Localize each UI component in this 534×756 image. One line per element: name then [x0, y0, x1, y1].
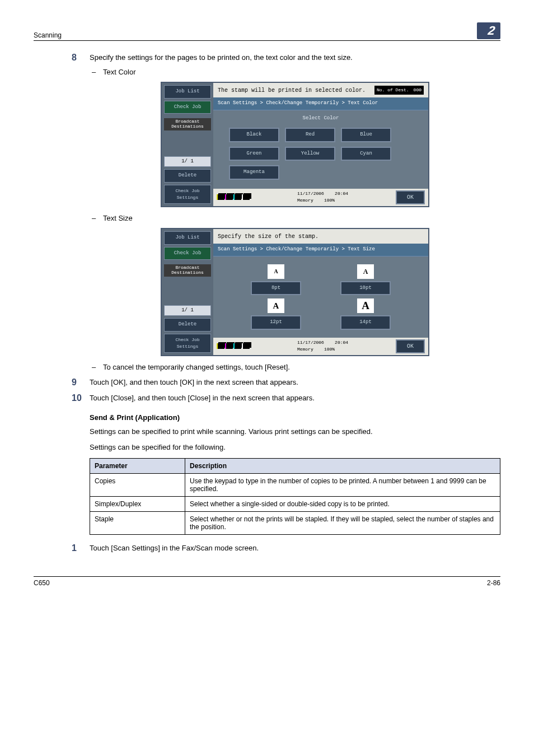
section-heading: Send & Print (Application) [90, 413, 500, 422]
parameter-table: Parameter Description Copies Use the key… [90, 458, 500, 535]
color-red-button[interactable]: Red [285, 128, 335, 142]
chapter-badge: 2 [477, 22, 500, 39]
step-number: 8 [72, 51, 77, 64]
ss-mem-label: Memory [297, 347, 313, 352]
tab-job-list[interactable]: Job List [164, 231, 211, 245]
param-desc: Select whether a single-sided or double-… [185, 497, 500, 512]
col-description: Description [185, 459, 500, 474]
param-name: Simplex/Duplex [90, 497, 185, 512]
footer-left: C650 [34, 579, 50, 587]
broadcast-destinations: Broadcast Destinations [164, 118, 211, 130]
ss-message: Specify the size of the stamp. [218, 232, 318, 241]
step-text: Specify the settings for the pages to be… [90, 53, 353, 62]
page-header: Scanning 2 [34, 22, 500, 41]
step-1: 1 Touch [Scan Settings] in the Fax/Scan … [90, 543, 500, 554]
page-counter: 1/ 1 [164, 156, 211, 167]
delete-button[interactable]: Delete [164, 169, 211, 183]
breadcrumb: Scan Settings > Check/Change Temporarily… [213, 244, 428, 256]
ss-mem-val: 100% [324, 198, 335, 203]
step-text: Touch [Scan Settings] in the Fax/Scan mo… [90, 544, 259, 552]
broadcast-destinations: Broadcast Destinations [164, 264, 211, 277]
param-desc: Use the keypad to type in the number of … [185, 474, 500, 497]
tab-check-job[interactable]: Check Job [164, 101, 211, 114]
page-counter: 1/ 1 [164, 305, 211, 316]
step-text: Touch [OK], and then touch [OK] in the n… [90, 378, 298, 386]
section-para-1: Settings can be specified to print while… [90, 426, 500, 437]
step-number: 9 [72, 376, 77, 389]
table-row: Staple Select whether or not the prints … [90, 512, 500, 535]
step-8: 8 Specify the settings for the pages to … [90, 52, 500, 372]
tab-check-job[interactable]: Check Job [164, 247, 211, 260]
dest-value: 000 [414, 87, 421, 94]
dest-label: No. of Dest. [377, 87, 409, 94]
ss-date: 11/17/2006 [297, 340, 324, 345]
param-name: Copies [90, 474, 185, 497]
ok-button[interactable]: OK [396, 339, 425, 353]
section-name: Scanning [34, 31, 62, 39]
sub-text-size: Text Size [90, 213, 500, 224]
ymck-indicator: Y M C K [217, 343, 250, 349]
section-para-2: Settings can be specified for the follow… [90, 442, 500, 453]
size-8pt-button[interactable]: 8pt [251, 281, 301, 296]
ss-message: The stamp will be printed in selected co… [218, 86, 366, 95]
sub-text-color: Text Color [90, 67, 500, 78]
delete-button[interactable]: Delete [164, 318, 211, 332]
size-swatch-14pt: A [357, 298, 374, 313]
check-job-settings-button[interactable]: Check Job Settings [164, 185, 211, 204]
step-10: 10 Touch [Close], and then touch [Close]… [90, 393, 500, 404]
size-swatch-12pt: A [268, 298, 284, 313]
screenshot-text-color: Job List Check Job Broadcast Destination… [161, 82, 429, 207]
size-14pt-button[interactable]: 14pt [340, 315, 391, 330]
step-9: 9 Touch [OK], and then touch [OK] in the… [90, 377, 500, 388]
table-row: Simplex/Duplex Select whether a single-s… [90, 497, 500, 512]
size-10pt-button[interactable]: 10pt [340, 281, 391, 296]
pane-subhead: Select Color [218, 115, 424, 123]
color-green-button[interactable]: Green [229, 147, 279, 161]
color-yellow-button[interactable]: Yellow [285, 147, 335, 161]
size-swatch-8pt: A [268, 264, 284, 279]
step-number: 1 [72, 542, 77, 555]
ss-time: 20:04 [335, 191, 348, 196]
param-desc: Select whether or not the prints will be… [185, 512, 500, 535]
check-job-settings-button[interactable]: Check Job Settings [164, 334, 211, 353]
step-number: 10 [72, 391, 82, 405]
sub-cancel-reset: To cancel the temporarily changed settin… [90, 362, 500, 373]
ss-mem-label: Memory [297, 198, 313, 203]
color-magenta-button[interactable]: Magenta [229, 165, 279, 180]
ss-mem-val: 100% [324, 347, 335, 352]
ymck-indicator: Y M C K [217, 194, 250, 200]
ss-time: 20:04 [335, 340, 348, 345]
color-black-button[interactable]: Black [229, 128, 279, 142]
breadcrumb: Scan Settings > Check/Change Temporarily… [213, 97, 428, 110]
page-footer: C650 2-86 [34, 576, 500, 587]
col-parameter: Parameter [90, 459, 185, 474]
tab-job-list[interactable]: Job List [164, 85, 211, 99]
screenshot-text-size: Job List Check Job Broadcast Destination… [161, 228, 429, 356]
footer-right: 2-86 [487, 579, 500, 587]
param-name: Staple [90, 512, 185, 535]
ss-date: 11/17/2006 [297, 191, 324, 196]
color-blue-button[interactable]: Blue [341, 128, 391, 142]
ok-button[interactable]: OK [396, 190, 425, 204]
step-text: Touch [Close], and then touch [Close] in… [90, 394, 315, 402]
color-cyan-button[interactable]: Cyan [341, 147, 391, 161]
size-swatch-10pt: A [357, 264, 374, 279]
table-row: Copies Use the keypad to type in the num… [90, 474, 500, 497]
size-12pt-button[interactable]: 12pt [251, 315, 301, 330]
